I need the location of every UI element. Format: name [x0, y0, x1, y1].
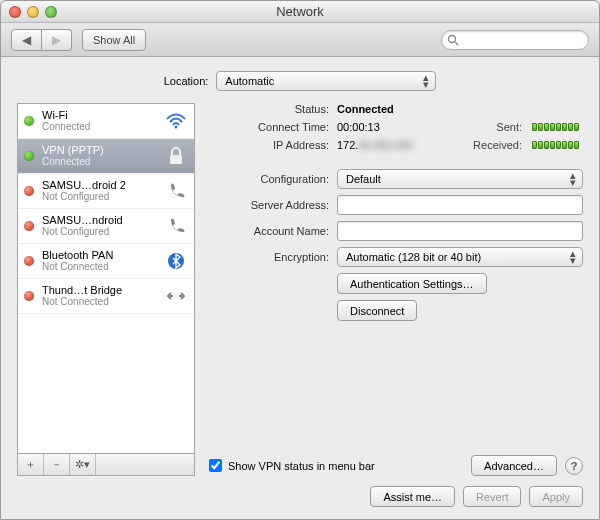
connect-time-value: 00:00:13 — [337, 121, 380, 133]
configuration-select[interactable]: Default ▴▾ — [337, 169, 583, 189]
configuration-value: Default — [346, 173, 381, 185]
status-block: Connected — [337, 103, 583, 115]
service-status: Connected — [42, 156, 104, 168]
ip-label: IP Address: — [209, 139, 329, 151]
location-select[interactable]: Automatic ▴▾ — [216, 71, 436, 91]
disconnect-button[interactable]: Disconnect — [337, 300, 417, 321]
updown-icon: ▴▾ — [570, 250, 576, 264]
location-value: Automatic — [225, 75, 274, 87]
account-name-input[interactable] — [337, 221, 583, 241]
detail-pane: Status: Connected Connect Time: 00:00:13… — [209, 103, 583, 476]
account-label: Account Name: — [209, 225, 329, 237]
service-status: Not Configured — [42, 226, 123, 238]
service-name: Bluetooth PAN — [42, 249, 113, 261]
form: Status: Connected Connect Time: 00:00:13… — [209, 103, 583, 321]
back-button[interactable]: ◀ — [11, 29, 42, 51]
traffic-lights — [9, 6, 57, 18]
connect-time-label: Connect Time: — [209, 121, 329, 133]
minimize-window-icon[interactable] — [27, 6, 39, 18]
status-dot-icon — [24, 256, 34, 266]
phone-icon — [164, 217, 188, 235]
help-button[interactable]: ? — [565, 457, 583, 475]
assist-me-button[interactable]: Assist me… — [370, 486, 455, 507]
server-address-input[interactable] — [337, 195, 583, 215]
svg-point-0 — [449, 35, 456, 42]
updown-icon: ▴▾ — [423, 74, 429, 88]
toolbar: ◀ ▶ Show All — [1, 23, 599, 57]
service-name: Thund…t Bridge — [42, 284, 122, 296]
svg-line-1 — [455, 42, 458, 45]
received-label: Received: — [473, 139, 522, 151]
auth-settings-button[interactable]: Authentication Settings… — [337, 273, 487, 294]
service-name: VPN (PPTP) — [42, 144, 104, 156]
updown-icon: ▴▾ — [570, 172, 576, 186]
service-list[interactable]: Wi-FiConnectedVPN (PPTP)ConnectedSAMSU…d… — [17, 103, 195, 454]
status-dot-icon — [24, 186, 34, 196]
chevron-left-icon: ◀ — [22, 33, 31, 47]
server-label: Server Address: — [209, 199, 329, 211]
sidebar-item[interactable]: SAMSU…droid 2Not Configured — [18, 174, 194, 209]
status-dot-icon — [24, 291, 34, 301]
show-all-button[interactable]: Show All — [82, 29, 146, 51]
remove-service-button[interactable]: － — [44, 454, 70, 475]
bluetooth-icon — [164, 252, 188, 270]
service-name: SAMSU…ndroid — [42, 214, 123, 226]
sent-label: Sent: — [496, 121, 522, 133]
titlebar: Network — [1, 1, 599, 23]
sidebar-item[interactable]: VPN (PPTP)Connected — [18, 139, 194, 174]
zoom-window-icon[interactable] — [45, 6, 57, 18]
service-name: SAMSU…droid 2 — [42, 179, 126, 191]
configuration-label: Configuration: — [209, 173, 329, 185]
status-label: Status: — [209, 103, 329, 115]
body: Location: Automatic ▴▾ Wi-FiConnectedVPN… — [1, 57, 599, 519]
apply-button[interactable]: Apply — [529, 486, 583, 507]
chevron-right-icon: ▶ — [52, 33, 61, 47]
sidebar-item[interactable]: SAMSU…ndroidNot Configured — [18, 209, 194, 244]
service-status: Not Configured — [42, 191, 126, 203]
gear-icon: ✲▾ — [75, 458, 90, 471]
status-dot-icon — [24, 221, 34, 231]
lock-icon — [164, 147, 188, 165]
encryption-select[interactable]: Automatic (128 bit or 40 bit) ▴▾ — [337, 247, 583, 267]
status-value: Connected — [337, 103, 394, 115]
show-vpn-status-checkbox[interactable] — [209, 459, 222, 472]
search-input[interactable] — [441, 30, 589, 50]
bridge-icon — [164, 287, 188, 305]
wifi-icon — [164, 112, 188, 130]
service-name: Wi-Fi — [42, 109, 90, 121]
bottom-row: Show VPN status in menu bar Advanced… ? — [209, 455, 583, 476]
encryption-label: Encryption: — [209, 251, 329, 263]
location-row: Location: Automatic ▴▾ — [17, 71, 583, 91]
network-pref-window: Network ◀ ▶ Show All Location: Automatic… — [0, 0, 600, 520]
add-service-button[interactable]: ＋ — [18, 454, 44, 475]
ip-value: 172.00.000.000 — [337, 139, 413, 151]
service-status: Not Connected — [42, 296, 122, 308]
svg-rect-3 — [170, 155, 182, 164]
phone-icon — [164, 182, 188, 200]
close-window-icon[interactable] — [9, 6, 21, 18]
service-status: Connected — [42, 121, 90, 133]
window-title: Network — [1, 4, 599, 19]
svg-point-2 — [175, 126, 178, 129]
advanced-button[interactable]: Advanced… — [471, 455, 557, 476]
encryption-value: Automatic (128 bit or 40 bit) — [346, 251, 481, 263]
show-vpn-status-label: Show VPN status in menu bar — [228, 460, 375, 472]
revert-button[interactable]: Revert — [463, 486, 521, 507]
mid: Wi-FiConnectedVPN (PPTP)ConnectedSAMSU…d… — [17, 103, 583, 476]
forward-button[interactable]: ▶ — [42, 29, 72, 51]
received-bars-icon — [532, 141, 579, 149]
sidebar: Wi-FiConnectedVPN (PPTP)ConnectedSAMSU…d… — [17, 103, 195, 476]
sidebar-item[interactable]: Thund…t BridgeNot Connected — [18, 279, 194, 314]
footer: Assist me… Revert Apply — [17, 476, 583, 507]
sent-bars-icon — [532, 123, 579, 131]
service-actions-button[interactable]: ✲▾ — [70, 454, 96, 475]
location-label: Location: — [164, 75, 209, 87]
status-dot-icon — [24, 116, 34, 126]
status-dot-icon — [24, 151, 34, 161]
nav-segment: ◀ ▶ — [11, 29, 72, 51]
sidebar-item[interactable]: Wi-FiConnected — [18, 104, 194, 139]
sidebar-footer: ＋ － ✲▾ — [17, 454, 195, 476]
search-icon — [447, 34, 459, 46]
sidebar-item[interactable]: Bluetooth PANNot Connected — [18, 244, 194, 279]
service-status: Not Connected — [42, 261, 113, 273]
